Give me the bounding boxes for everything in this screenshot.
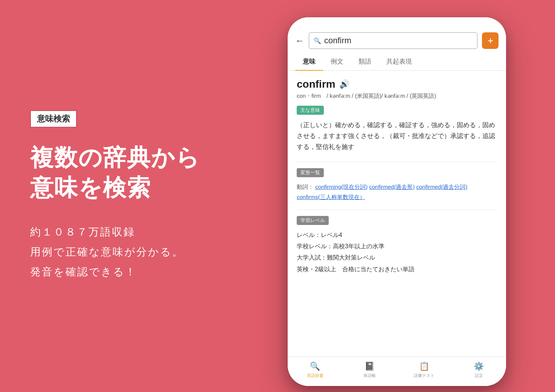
sub-line-1: 約１０８７万語収録 [30,222,233,242]
status-bar [288,17,506,29]
word-header: confirm 🔊 con・firm / kənfə:m / (米国英語)/ k… [297,78,497,100]
search-bar: ← 🔍 confirm ＋ [288,29,506,53]
search-text: confirm [324,36,351,46]
tab-example[interactable]: 例文 [323,53,351,70]
word-main: confirm 🔊 [297,78,497,90]
scroll-content[interactable]: confirm 🔊 con・firm / kənfə:m / (米国英語)/ k… [288,71,506,357]
tab-meaning[interactable]: 意味 [295,53,323,70]
label-badge: 意味検索 [30,110,77,128]
tabs-row: 意味 例文 類語 共起表現 [288,53,506,71]
meaning-text: （正しいと）確かめる，確認する，確証する，強める，固める，固めさせる，ますます強… [297,120,497,153]
phone-content: ← 🔍 confirm ＋ 意味 例文 類語 [288,17,506,386]
phone-wrapper: ← 🔍 confirm ＋ 意味 例文 類語 [288,17,506,386]
main-title: 複数の辞典から 意味を検索 [30,143,233,203]
pronunciation: con・firm / kənfə:m / (米国英語)/ kənfə:m / (… [297,93,497,100]
nav-label-dictionary: 英語辞書 [307,373,323,378]
right-panel: ← 🔍 confirm ＋ 意味 例文 類語 [239,0,555,392]
sub-line-2: 用例で正確な意味が分かる。 [30,242,233,262]
search-input-area[interactable]: 🔍 confirm [309,32,477,49]
sub-line-3: 発音を確認できる！ [30,262,233,282]
word-title: confirm [297,78,335,90]
title-line2: 意味を検索 [30,175,151,201]
tab-collocation[interactable]: 共起表現 [379,53,419,70]
tab-synonym[interactable]: 類語 [351,53,379,70]
phone-frame: ← 🔍 confirm ＋ 意味 例文 類語 [288,17,506,386]
settings-icon: ⚙️ [474,362,484,371]
nav-item-settings[interactable]: ⚙️ 設定 [451,360,506,380]
phone-screen: ← 🔍 confirm ＋ 意味 例文 類語 [288,17,506,386]
verb-confirmed-past[interactable]: confirmed(過去形) [369,184,415,190]
nav-item-wordbook[interactable]: 📓 単語帳 [342,360,397,380]
nav-item-dictionary[interactable]: 🔍 英語辞書 [288,360,342,380]
badge-main-meaning: 主な意味 [297,106,324,115]
sound-icon[interactable]: 🔊 [339,79,349,89]
level-line-4: 英検・2級以上 合格に当たておきたい単語 [297,264,497,275]
nav-label-wordbook: 単語帳 [363,373,376,378]
left-panel: 意味検索 複数の辞典から 意味を検索 約１０８７万語収録 用例で正確な意味が分か… [0,0,264,392]
divider-1 [297,162,497,162]
verb-confirmed-pp[interactable]: confirmed(過去分詞) [416,184,468,190]
verb-forms: 動詞： confirming(現在分詞) confirmed(過去形) conf… [297,182,497,202]
search-icon: 🔍 [314,37,321,44]
back-button[interactable]: ← [295,35,304,46]
divider-2 [297,210,497,210]
level-line-2: 学校レベル：高校3年以上の水準 [297,241,497,252]
wordbook-icon: 📓 [364,362,375,371]
nav-label-vocab: 語彙テスト [414,373,435,378]
title-line1: 複数の辞典から [30,144,200,170]
add-word-button[interactable]: ＋ [482,32,499,49]
nav-label-settings: 設定 [475,373,483,378]
level-line-1: レベル：レベル4 [297,229,497,241]
verb-confirms[interactable]: confirms(三人称単数現在） [297,194,365,200]
sub-text: 約１０８７万語収録 用例で正確な意味が分かる。 発音を確認できる！ [30,222,233,282]
dictionary-icon: 🔍 [310,362,320,371]
level-text: レベル：レベル4 学校レベル：高校3年以上の水準 大学入試：難関大対策レベル 英… [297,229,497,275]
bottom-nav: 🔍 英語辞書 📓 単語帳 📋 語彙テスト ⚙️ [288,357,506,386]
vocab-icon: 📋 [419,362,429,371]
add-icon: ＋ [486,35,494,46]
badge-level: 学習レベル [297,216,329,225]
verb-confirming[interactable]: confirming(現在分詞) [315,184,367,190]
badge-variant: 変形一覧 [297,168,324,177]
level-line-3: 大学入試：難関大対策レベル [297,252,497,263]
nav-item-vocab[interactable]: 📋 語彙テスト [397,360,451,380]
verb-forms-label: 動詞： [297,184,314,190]
